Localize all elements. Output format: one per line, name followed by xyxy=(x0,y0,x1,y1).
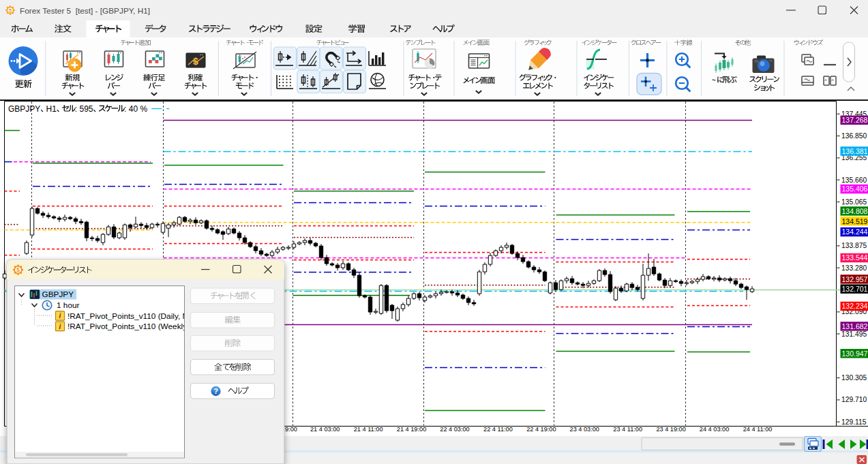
svg-text:133.280: 133.280 xyxy=(841,264,867,272)
svg-text:24 4 03:00: 24 4 03:00 xyxy=(700,426,729,433)
svg-text:9:00: 9:00 xyxy=(285,426,297,433)
svg-text:135.065: 135.065 xyxy=(841,198,867,206)
svg-text:: 595: : 595 xyxy=(75,104,93,114)
svg-text:$: $ xyxy=(16,266,20,273)
svg-text:135.660: 135.660 xyxy=(841,176,867,184)
svg-text:?: ? xyxy=(213,387,218,395)
svg-text:!RAT_Pivot_Points_v110 (Daily,: !RAT_Pivot_Points_v110 (Daily, N xyxy=(68,311,188,321)
svg-text:133.544: 133.544 xyxy=(842,253,868,262)
svg-text:134.808: 134.808 xyxy=(842,207,868,215)
svg-text:21 4 19:00: 21 4 19:00 xyxy=(397,426,426,433)
svg-text:: 40 %: : 40 % xyxy=(124,104,147,114)
svg-text:GBPJPY: GBPJPY xyxy=(42,290,74,299)
svg-text:134.519: 134.519 xyxy=(842,217,868,226)
svg-text:131.495: 131.495 xyxy=(841,330,867,338)
svg-text:129.710: 129.710 xyxy=(841,396,867,403)
svg-text:H1: H1 xyxy=(46,104,57,114)
svg-text:24 4 11:00: 24 4 11:00 xyxy=(743,426,773,433)
svg-text:22 4 19:00: 22 4 19:00 xyxy=(526,426,556,433)
svg-text:130.947: 130.947 xyxy=(842,350,868,358)
svg-text:132.957: 132.957 xyxy=(842,275,868,283)
svg-text:!RAT_Pivot_Points_v110 (Weekly: !RAT_Pivot_Points_v110 (Weekly, xyxy=(68,322,188,331)
svg-text:23 4 11:00: 23 4 11:00 xyxy=(613,426,642,433)
svg-text:22 4 03:00: 22 4 03:00 xyxy=(440,426,469,433)
svg-text:136.381: 136.381 xyxy=(842,147,868,155)
svg-text:21 4 11:00: 21 4 11:00 xyxy=(354,426,383,433)
svg-text:1 hour: 1 hour xyxy=(57,300,80,310)
svg-text:131.682: 131.682 xyxy=(842,322,868,330)
svg-text:132.701: 132.701 xyxy=(842,285,868,293)
svg-text:133.875: 133.875 xyxy=(841,242,867,249)
svg-text:135.406: 135.406 xyxy=(842,185,868,193)
svg-text:130.305: 130.305 xyxy=(841,374,867,382)
svg-text:132.234: 132.234 xyxy=(842,302,868,310)
svg-text:Forex Tester 5 [test] - [GBPJ: Forex Tester 5 [test] - [GBPJPY, H1] xyxy=(20,6,150,16)
svg-text:21 4 03:00: 21 4 03:00 xyxy=(310,426,340,433)
svg-text:129.115: 129.115 xyxy=(841,418,867,426)
svg-text:5: 5 xyxy=(9,7,12,14)
svg-text:GBPJPY: GBPJPY xyxy=(8,104,40,114)
svg-text:22 4 11:00: 22 4 11:00 xyxy=(483,426,513,433)
svg-text:134.244: 134.244 xyxy=(842,228,868,236)
svg-text:$: $ xyxy=(193,56,198,67)
svg-text:23 4 03:00: 23 4 03:00 xyxy=(570,426,599,433)
svg-text:i: i xyxy=(59,323,61,330)
svg-text:136.850: 136.850 xyxy=(841,132,867,140)
svg-text:i: i xyxy=(59,312,61,320)
svg-text:23 4 19:00: 23 4 19:00 xyxy=(656,426,685,433)
svg-text:137.268: 137.268 xyxy=(842,116,868,124)
